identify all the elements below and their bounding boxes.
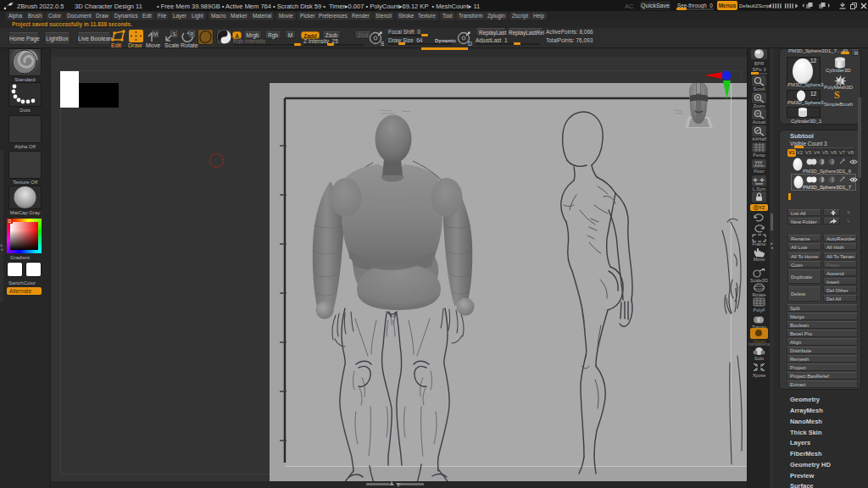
svg-text:R: R	[190, 31, 194, 36]
svg-text:S: S	[172, 31, 175, 36]
svg-text:S: S	[381, 41, 384, 47]
svg-text:D: D	[468, 41, 472, 47]
svg-text:M: M	[153, 31, 158, 36]
